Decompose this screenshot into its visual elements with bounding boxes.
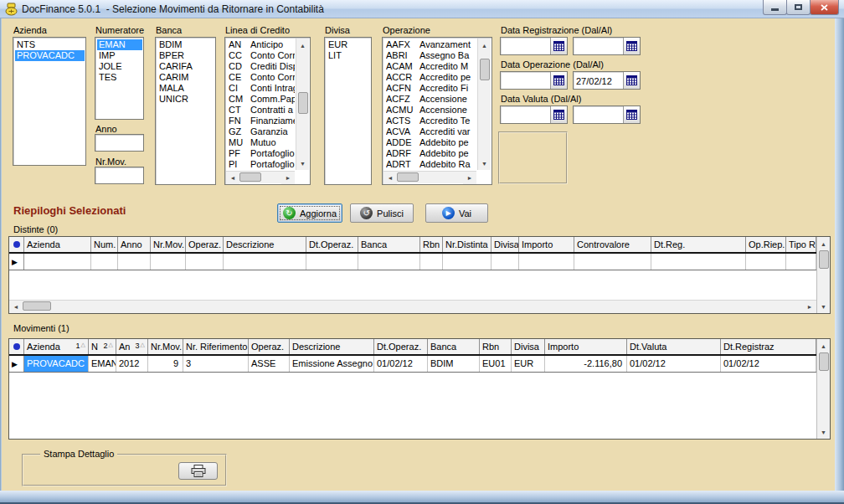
select-all-corner[interactable]: [9, 237, 24, 252]
list-item[interactable]: JOLE: [97, 61, 142, 72]
column-header[interactable]: Azienda: [24, 237, 91, 252]
table-cell[interactable]: Emissione Assegno: [290, 356, 374, 372]
list-item[interactable]: PIPortafoglio: [227, 159, 295, 170]
scroll-right-icon[interactable]: ►: [803, 301, 816, 313]
banca-listbox[interactable]: BDIMBPERCARIFACARIMMALAUNICR: [155, 37, 216, 185]
scroll-down-icon[interactable]: ▼: [478, 157, 491, 170]
column-header[interactable]: Num.: [91, 237, 118, 252]
list-item[interactable]: ACMUAccensione: [384, 105, 476, 116]
table-cell[interactable]: EUR: [512, 356, 545, 372]
data-valuta-al-input[interactable]: [574, 106, 623, 123]
calendar-button[interactable]: [623, 106, 640, 123]
table-cell[interactable]: [574, 254, 651, 270]
data-valuta-dal-field[interactable]: [500, 105, 568, 124]
list-item[interactable]: IMP: [97, 50, 142, 61]
list-item[interactable]: ADRFAddebito pe: [384, 148, 476, 159]
data-registrazione-al-field[interactable]: [573, 37, 641, 55]
column-header[interactable]: N2△: [89, 339, 116, 354]
table-cell[interactable]: [651, 254, 746, 270]
linea-credito-hscrollbar[interactable]: ◄ ►: [226, 171, 295, 183]
scroll-up-icon[interactable]: ▲: [478, 39, 491, 52]
table-cell[interactable]: ASSE: [249, 356, 290, 372]
operazione-hscrollbar[interactable]: ◄ ►: [383, 171, 476, 183]
scroll-right-icon[interactable]: ►: [281, 172, 295, 184]
column-header[interactable]: Rbn: [420, 237, 443, 252]
nr-mov-field[interactable]: [95, 167, 144, 184]
column-header[interactable]: An3△: [116, 339, 148, 354]
scroll-left-icon[interactable]: ◄: [226, 172, 239, 184]
table-cell[interactable]: 2012: [116, 356, 148, 372]
table-cell[interactable]: [224, 254, 306, 270]
azienda-listbox[interactable]: NTSPROVACADC: [13, 37, 86, 166]
column-header[interactable]: Nr. Riferimento: [183, 339, 249, 354]
linea-credito-listbox[interactable]: ▲ ▼ ◄ ► ANAnticipoCCConto CorrCDCrediti …: [224, 37, 311, 185]
column-header[interactable]: Nr.Distinta: [443, 237, 491, 252]
table-cell[interactable]: [420, 254, 443, 270]
scroll-up-icon[interactable]: ▲: [817, 339, 830, 352]
column-header[interactable]: Operaz.: [249, 339, 290, 354]
column-header[interactable]: Dt.Reg.: [651, 237, 746, 252]
column-header[interactable]: Azienda1△: [24, 339, 89, 354]
table-cell[interactable]: 01/02/12: [721, 356, 816, 372]
table-cell[interactable]: [306, 254, 358, 270]
data-operazione-al-input[interactable]: [574, 72, 623, 89]
anno-field[interactable]: [95, 134, 144, 152]
list-item[interactable]: TES: [97, 72, 142, 83]
column-header[interactable]: Operaz.: [186, 237, 224, 252]
numeratore-listbox[interactable]: EMANIMPJOLETES: [95, 37, 144, 120]
table-cell[interactable]: [118, 254, 151, 270]
column-header[interactable]: Op.Riep.: [746, 237, 786, 252]
column-header[interactable]: Descrizione: [224, 237, 306, 252]
table-cell[interactable]: 3: [183, 356, 249, 372]
list-item[interactable]: MUMutuo: [227, 137, 295, 148]
select-all-corner[interactable]: [9, 339, 24, 354]
list-item[interactable]: EMAN: [97, 39, 142, 50]
column-header[interactable]: Importo: [519, 237, 574, 252]
table-cell[interactable]: BDIM: [428, 356, 480, 372]
operazione-listbox[interactable]: ▲ ▼ ◄ ► AAFXAvanzamentABRIAssegno BaACAM…: [382, 37, 492, 185]
list-item[interactable]: AAFXAvanzament: [384, 39, 476, 50]
table-row[interactable]: ▶PROVACADCEMAN201293ASSEEmissione Assegn…: [9, 356, 816, 373]
scroll-left-icon[interactable]: ◄: [9, 301, 23, 313]
table-cell[interactable]: [151, 254, 186, 270]
titlebar[interactable]: DocFinance 5.0.1 - Selezione Movimenti d…: [0, 0, 844, 18]
scroll-thumb[interactable]: [239, 172, 261, 182]
table-cell[interactable]: EU01: [480, 356, 512, 372]
list-item[interactable]: ACAMAccredito M: [384, 61, 476, 72]
column-header[interactable]: Nr.Mov.: [151, 237, 186, 252]
minimize-button[interactable]: [763, 0, 787, 15]
data-registrazione-dal-field[interactable]: [500, 37, 568, 55]
column-header[interactable]: Divisa: [512, 339, 545, 354]
table-cell[interactable]: [443, 254, 491, 270]
list-item[interactable]: CIConti Intrag: [227, 83, 295, 94]
data-valuta-dal-input[interactable]: [501, 106, 550, 123]
table-cell[interactable]: PROVACADC: [24, 356, 89, 372]
scroll-down-icon[interactable]: ▼: [817, 425, 830, 439]
calendar-button[interactable]: [550, 38, 567, 54]
list-item[interactable]: ADDEAddebito pe: [384, 137, 476, 148]
list-item[interactable]: ACCRAccredito pe: [384, 72, 476, 83]
column-header[interactable]: Dt.Operaz.: [306, 237, 358, 252]
column-header[interactable]: Banca: [428, 339, 480, 354]
list-item[interactable]: ACFZAccensione: [384, 94, 476, 105]
table-cell[interactable]: [24, 254, 91, 270]
scroll-down-icon[interactable]: ▼: [296, 157, 309, 170]
scroll-thumb[interactable]: [298, 92, 308, 114]
column-header[interactable]: Descrizione: [290, 339, 374, 354]
list-item[interactable]: ANAnticipo: [227, 39, 295, 50]
operazione-vscrollbar[interactable]: ▲ ▼: [477, 39, 491, 170]
list-item[interactable]: FNFinanziame: [227, 116, 295, 126]
linea-credito-vscrollbar[interactable]: ▲ ▼: [296, 39, 309, 170]
data-valuta-al-field[interactable]: [573, 105, 641, 124]
list-item[interactable]: CCConto Corr: [227, 50, 295, 61]
list-item[interactable]: UNICR: [157, 94, 214, 105]
column-header[interactable]: Dt.Valuta: [627, 339, 721, 354]
column-header[interactable]: Rbn: [480, 339, 512, 354]
list-item[interactable]: ACVAAccrediti var: [384, 126, 476, 137]
scroll-thumb[interactable]: [23, 301, 51, 311]
data-operazione-al-field[interactable]: [573, 71, 641, 90]
scroll-thumb[interactable]: [397, 172, 419, 182]
calendar-button[interactable]: [550, 106, 567, 123]
list-item[interactable]: LIT: [327, 50, 370, 61]
list-item[interactable]: CDCrediti Disp: [227, 61, 295, 72]
